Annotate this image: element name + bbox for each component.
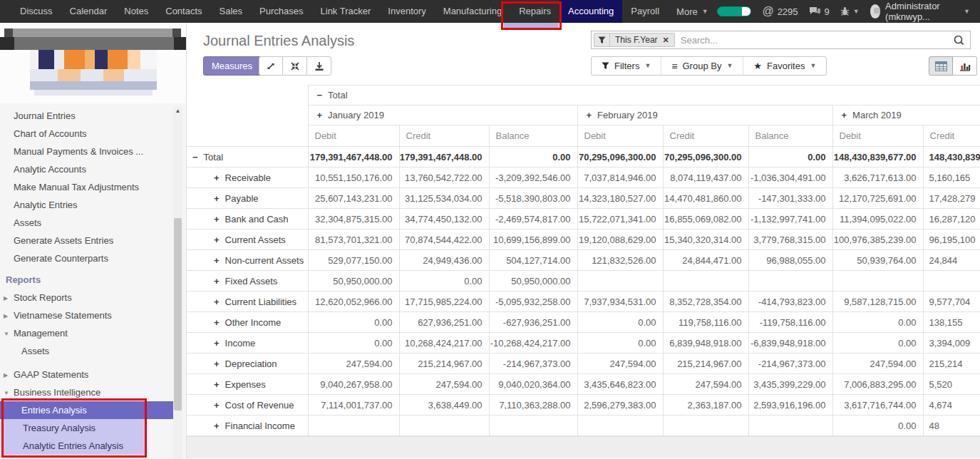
nav-item-inventory[interactable]: Inventory xyxy=(379,0,434,23)
nav-item-more[interactable]: More ▼ xyxy=(668,6,717,17)
row-header-expenses[interactable]: +Expenses xyxy=(187,374,308,395)
sidebar-item-manual-payments-invoices[interactable]: Manual Payments & Invoices ... xyxy=(0,143,186,160)
expand-icon[interactable]: + xyxy=(214,193,220,204)
measure-header-debit[interactable]: Debit xyxy=(577,125,663,147)
nav-item-purchases[interactable]: Purchases xyxy=(251,0,311,23)
sidebar-item-invoi[interactable]: Invoi xyxy=(0,455,186,459)
sidebar-item-generate-counterparts[interactable]: Generate Counterparts xyxy=(0,249,186,267)
search-bar[interactable]: This F.Year ✕ xyxy=(591,31,971,49)
expand-icon[interactable]: + xyxy=(317,110,323,120)
sidebar-item-analytic-entries-analysis[interactable]: Analytic Entries Analysis xyxy=(1,437,145,455)
expand-icon[interactable]: + xyxy=(214,421,220,431)
expand-all-button[interactable] xyxy=(259,56,283,76)
expand-icon[interactable]: + xyxy=(214,359,220,369)
row-header-payable[interactable]: +Payable xyxy=(187,188,308,209)
nav-item-notes[interactable]: Notes xyxy=(115,0,157,23)
sidebar-item-analytic-entries[interactable]: Analytic Entries xyxy=(0,196,186,214)
expand-icon[interactable]: + xyxy=(214,234,220,245)
row-header-current-assets[interactable]: +Current Assets xyxy=(187,230,308,250)
sidebar-item-analytic-accounts[interactable]: Analytic Accounts xyxy=(0,160,186,178)
measure-header-credit[interactable]: Credit xyxy=(923,125,980,147)
sidebar-item-make-manual-tax-adjustments[interactable]: Make Manual Tax Adjustments xyxy=(0,178,186,196)
sidebar-item-management[interactable]: ▼Management xyxy=(0,324,186,342)
sidebar-item-assets[interactable]: Assets xyxy=(0,214,186,232)
sidebar-item-journal-entries[interactable]: Journal Entries xyxy=(0,107,186,125)
measure-header-credit[interactable]: Credit xyxy=(399,125,489,147)
chevron-right-icon[interactable]: ▶ xyxy=(4,366,14,384)
sidebar-item-entries-analysis[interactable]: Entries Analysis xyxy=(0,401,175,419)
expand-icon[interactable]: + xyxy=(587,110,592,120)
row-header-depreciation[interactable]: +Depreciation xyxy=(187,354,308,374)
search-input[interactable] xyxy=(675,35,954,46)
expand-icon[interactable]: + xyxy=(214,317,220,328)
sidebar-scrollbar[interactable]: ▲ xyxy=(173,107,182,459)
row-header-current-liabilities[interactable]: +Current Liabilities xyxy=(187,292,308,312)
favorites-button[interactable]: ★ Favorites ▼ xyxy=(743,57,826,75)
sidebar-item-stock-reports[interactable]: ▶Stock Reports xyxy=(0,289,186,306)
expand-icon[interactable]: + xyxy=(214,296,220,307)
sidebar-item-assets[interactable]: Assets xyxy=(0,342,186,360)
sidebar-item-treasury-analysis[interactable]: Treasury Analysis xyxy=(1,419,145,437)
filters-button[interactable]: Filters ▼ xyxy=(592,57,661,75)
row-header-cost-of-revenue[interactable]: +Cost of Revenue xyxy=(187,395,308,416)
user-menu[interactable]: Administrator (mknwyp... ▼ xyxy=(870,1,970,22)
expand-icon[interactable]: + xyxy=(214,214,220,225)
expand-icon[interactable]: + xyxy=(214,338,220,349)
row-header-bank-and-cash[interactable]: +Bank and Cash xyxy=(187,209,308,230)
nav-item-manufacturing[interactable]: Manufacturing xyxy=(435,0,510,23)
measure-header-credit[interactable]: Credit xyxy=(663,125,748,147)
collapse-icon[interactable]: − xyxy=(192,152,198,163)
row-header-fixed-assets[interactable]: +Fixed Assets xyxy=(187,271,308,292)
facet-remove-icon[interactable]: ✕ xyxy=(663,36,674,45)
messages-counter[interactable]: 9 xyxy=(809,6,830,17)
sidebar-item-gaap-statements[interactable]: ▶GAAP Statements xyxy=(0,366,186,383)
measure-header-debit[interactable]: Debit xyxy=(308,125,399,147)
nav-item-discuss[interactable]: Discuss xyxy=(11,0,61,23)
chevron-right-icon[interactable]: ▶ xyxy=(4,307,14,325)
col-group-february-2019[interactable]: +February 2019 xyxy=(577,105,832,125)
mentions-counter[interactable]: @ 2295 xyxy=(762,5,798,18)
sidebar-item-vietnamese-statements[interactable]: ▶Vietnamese Statements xyxy=(0,306,186,324)
col-group-january-2019[interactable]: +January 2019 xyxy=(308,105,577,125)
col-group-march-2019[interactable]: +March 2019 xyxy=(832,105,980,125)
pivot-view-button[interactable] xyxy=(929,56,953,76)
chevron-down-icon[interactable]: ▼ xyxy=(4,384,14,402)
expand-icon[interactable]: + xyxy=(214,255,220,266)
expand-icon[interactable]: + xyxy=(214,276,220,287)
expand-icon[interactable]: + xyxy=(214,400,220,411)
expand-icon[interactable]: + xyxy=(214,379,220,390)
debug-menu[interactable]: ▼ xyxy=(840,6,860,16)
download-button[interactable] xyxy=(307,56,331,76)
groupby-button[interactable]: ≡ Group By ▼ xyxy=(661,57,743,75)
row-header-income[interactable]: +Income xyxy=(187,333,308,354)
nav-item-contacts[interactable]: Contacts xyxy=(157,0,210,23)
row-header-total[interactable]: −Total xyxy=(187,147,308,167)
row-header-financial-income[interactable]: +Financial Income xyxy=(187,416,308,436)
nav-item-accounting[interactable]: Accounting xyxy=(559,0,622,23)
col-header-total[interactable]: −Total xyxy=(308,86,980,105)
chevron-right-icon[interactable]: ▶ xyxy=(4,289,14,307)
collapse-icon[interactable]: − xyxy=(317,90,323,100)
measure-header-balance[interactable]: Balance xyxy=(748,125,832,147)
expand-icon[interactable]: + xyxy=(214,172,220,183)
flip-axis-button[interactable] xyxy=(283,56,307,76)
row-header-non-current-assets[interactable]: +Non-current Assets xyxy=(187,250,308,271)
scroll-up-icon[interactable]: ▲ xyxy=(173,107,182,115)
scrollbar-thumb[interactable] xyxy=(174,218,182,411)
graph-view-button[interactable] xyxy=(953,56,977,76)
expand-icon[interactable]: + xyxy=(842,110,847,120)
sidebar-item-generate-assets-entries[interactable]: Generate Assets Entries xyxy=(0,232,186,249)
sidebar-item-chart-of-accounts[interactable]: Chart of Accounts xyxy=(0,125,186,143)
search-icon[interactable] xyxy=(954,35,964,46)
nav-item-sales[interactable]: Sales xyxy=(211,0,252,23)
nav-item-link-tracker[interactable]: Link Tracker xyxy=(312,0,380,23)
chevron-down-icon[interactable]: ▼ xyxy=(4,325,14,343)
row-header-receivable[interactable]: +Receivable xyxy=(187,167,308,188)
nav-item-repairs[interactable]: Repairs xyxy=(510,0,559,23)
nav-item-payroll[interactable]: Payroll xyxy=(622,0,668,23)
sidebar-item-business-intelligence[interactable]: ▼Business Intelligence xyxy=(0,383,186,401)
nav-item-calendar[interactable]: Calendar xyxy=(61,0,116,23)
measure-header-debit[interactable]: Debit xyxy=(832,125,923,147)
row-header-other-income[interactable]: +Other Income xyxy=(187,312,308,333)
measure-header-balance[interactable]: Balance xyxy=(489,125,577,147)
